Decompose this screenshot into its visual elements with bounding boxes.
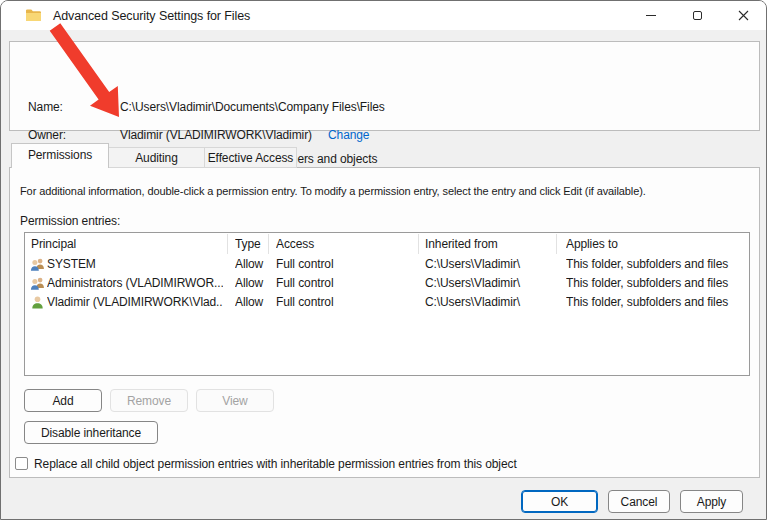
- replace-child-checkbox[interactable]: [15, 457, 28, 470]
- tab-permissions[interactable]: Permissions: [11, 143, 109, 168]
- close-icon: [738, 10, 749, 21]
- maximize-button[interactable]: [674, 1, 720, 30]
- permissions-tab-page: For additional information, double-click…: [9, 167, 760, 478]
- table-row[interactable]: Vladimir (VLADIMIRWORK\Vlad...AllowFull …: [25, 293, 749, 312]
- column-header-inherited-from[interactable]: Inherited from: [425, 233, 561, 255]
- cell-inherited-from: C:\Users\Vladimir\: [425, 293, 561, 312]
- group-icon: [30, 276, 45, 291]
- cell-applies-to: This folder, subfolders and files: [566, 293, 748, 312]
- owner-label: Owner:: [28, 128, 66, 142]
- cell-access: Full control: [276, 293, 420, 312]
- info-text: For additional information, double-click…: [20, 185, 755, 197]
- remove-button: Remove: [110, 389, 188, 412]
- column-header-principal[interactable]: Principal: [31, 233, 221, 255]
- folder-icon: [25, 8, 42, 25]
- column-divider[interactable]: [418, 234, 419, 254]
- name-value: C:\Users\Vladimir\Documents\Company File…: [120, 100, 385, 114]
- tab-strip: PermissionsAuditingEffective Access: [11, 143, 297, 168]
- ok-button[interactable]: OK: [521, 490, 598, 513]
- cell-inherited-from: C:\Users\Vladimir\: [425, 255, 561, 274]
- cell-principal: Administrators (VLADIMIRWOR...: [47, 274, 223, 293]
- column-header-applies-to[interactable]: Applies to: [566, 233, 748, 255]
- cell-access: Full control: [276, 274, 420, 293]
- table-header: PrincipalTypeAccessInherited fromApplies…: [25, 233, 749, 255]
- view-button: View: [196, 389, 274, 412]
- window-title: Advanced Security Settings for Files: [53, 9, 250, 23]
- name-label: Name:: [28, 100, 63, 114]
- name-owner-panel: Name: C:\Users\Vladimir\Documents\Compan…: [9, 41, 760, 131]
- cell-principal: SYSTEM: [47, 255, 223, 274]
- permission-entries-table: PrincipalTypeAccessInherited fromApplies…: [24, 232, 750, 376]
- disable-inheritance-button[interactable]: Disable inheritance: [24, 421, 158, 444]
- cell-type: Allow: [235, 274, 273, 293]
- close-button[interactable]: [720, 1, 766, 30]
- column-divider[interactable]: [227, 234, 228, 254]
- minimize-button[interactable]: [628, 1, 674, 30]
- change-owner-link[interactable]: Change: [328, 128, 369, 142]
- user-icon: [30, 295, 45, 310]
- maximize-icon: [693, 11, 702, 20]
- permission-entries-label: Permission entries:: [20, 214, 120, 228]
- cell-inherited-from: C:\Users\Vladimir\: [425, 274, 561, 293]
- title-bar: Advanced Security Settings for Files: [1, 1, 766, 30]
- cell-applies-to: This folder, subfolders and files: [566, 274, 748, 293]
- cell-principal: Vladimir (VLADIMIRWORK\Vlad...: [47, 293, 223, 312]
- cancel-button[interactable]: Cancel: [608, 490, 670, 513]
- apply-button[interactable]: Apply: [680, 490, 743, 513]
- cell-access: Full control: [276, 255, 420, 274]
- tab-auditing[interactable]: Auditing: [109, 147, 205, 168]
- column-header-access[interactable]: Access: [276, 233, 420, 255]
- cell-type: Allow: [235, 293, 273, 312]
- table-row[interactable]: Administrators (VLADIMIRWOR...AllowFull …: [25, 274, 749, 293]
- tab-effective-access[interactable]: Effective Access: [205, 147, 297, 168]
- column-divider[interactable]: [268, 234, 269, 254]
- cell-applies-to: This folder, subfolders and files: [566, 255, 748, 274]
- replace-child-checkbox-label[interactable]: Replace all child object permission entr…: [34, 457, 517, 471]
- group-icon: [30, 257, 45, 272]
- table-body: SYSTEMAllowFull controlC:\Users\Vladimir…: [25, 255, 749, 312]
- cell-type: Allow: [235, 255, 273, 274]
- owner-value: Vladimir (VLADIMIRWORK\Vladimir): [120, 128, 312, 142]
- minimize-icon: [646, 15, 656, 16]
- table-row[interactable]: SYSTEMAllowFull controlC:\Users\Vladimir…: [25, 255, 749, 274]
- advanced-security-settings-dialog: Advanced Security Settings for Files Nam…: [0, 0, 767, 520]
- column-divider[interactable]: [556, 234, 557, 254]
- add-button[interactable]: Add: [24, 389, 102, 412]
